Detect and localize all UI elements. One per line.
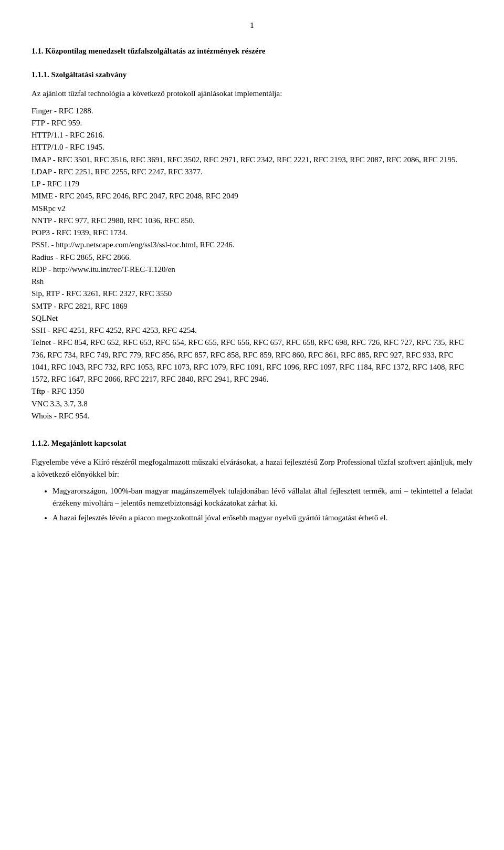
protocol-item: Tftp - RFC 1350 — [32, 385, 472, 397]
list-item: A hazai fejlesztés lévén a piacon megszo… — [52, 512, 472, 524]
section-111-intro: Az ajánlott tűzfal technológia a követke… — [32, 88, 472, 100]
protocol-item: PSSL - http://wp.netscape.com/eng/ssl3/s… — [32, 239, 472, 251]
protocol-item: Sip, RTP - RFC 3261, RFC 2327, RFC 3550 — [32, 288, 472, 300]
protocol-item: SSH - RFC 4251, RFC 4252, RFC 4253, RFC … — [32, 324, 472, 337]
main-heading-block: 1.1. Központilag menedzselt tűzfalszolgá… — [32, 46, 472, 57]
page-container: 1 1.1. Központilag menedzselt tűzfalszol… — [0, 0, 504, 850]
protocol-item: SMTP - RFC 2821, RFC 1869 — [32, 300, 472, 312]
protocol-item: MSRpc v2 — [32, 203, 472, 215]
section-112-bullets: Magyarországon, 100%-ban magyar magánsze… — [52, 485, 472, 524]
protocol-item: NNTP - RFC 977, RFC 2980, RFC 1036, RFC … — [32, 215, 472, 227]
protocol-item: RDP - http://www.itu.int/rec/T-REC-T.120… — [32, 264, 472, 276]
protocol-item: Rsh — [32, 276, 472, 288]
protocol-item: POP3 - RFC 1939, RFC 1734. — [32, 227, 472, 239]
protocol-item: LP - RFC 1179 — [32, 178, 472, 190]
protocol-item: FTP - RFC 959. — [32, 117, 472, 129]
page-num-text: 1 — [250, 21, 254, 29]
protocol-item: HTTP/1.0 - RFC 1945. — [32, 141, 472, 153]
protocol-item: SQLNet — [32, 312, 472, 324]
protocol-item: IMAP - RFC 3501, RFC 3516, RFC 3691, RFC… — [32, 154, 472, 166]
section-111-heading: 1.1.1. Szolgáltatási szabvány — [32, 69, 472, 80]
list-item: Magyarországon, 100%-ban magyar magánsze… — [52, 485, 472, 509]
protocol-item: LDAP - RFC 2251, RFC 2255, RFC 2247, RFC… — [32, 166, 472, 178]
protocol-item: Finger - RFC 1288. — [32, 105, 472, 117]
protocol-item: HTTP/1.1 - RFC 2616. — [32, 129, 472, 141]
section-112-intro: Figyelembe véve a Kiíró részéről megfoga… — [32, 456, 472, 480]
protocol-item: MIME - RFC 2045, RFC 2046, RFC 2047, RFC… — [32, 190, 472, 202]
section-112-block: 1.1.2. Megajánlott kapcsolat Figyelembe … — [32, 438, 472, 524]
section-112-heading: 1.1.2. Megajánlott kapcsolat — [32, 438, 472, 449]
main-heading: 1.1. Központilag menedzselt tűzfalszolgá… — [32, 46, 472, 57]
protocol-item: Radius - RFC 2865, RFC 2866. — [32, 251, 472, 264]
protocol-item: Telnet - RFC 854, RFC 652, RFC 653, RFC … — [32, 337, 472, 385]
section-111-block: 1.1.1. Szolgáltatási szabvány Az ajánlot… — [32, 69, 472, 422]
protocol-list: Finger - RFC 1288.FTP - RFC 959.HTTP/1.1… — [32, 105, 472, 423]
protocol-item: VNC 3.3, 3.7, 3.8 — [32, 398, 472, 410]
page-number: 1 — [32, 21, 472, 30]
protocol-item: Whois - RFC 954. — [32, 410, 472, 422]
